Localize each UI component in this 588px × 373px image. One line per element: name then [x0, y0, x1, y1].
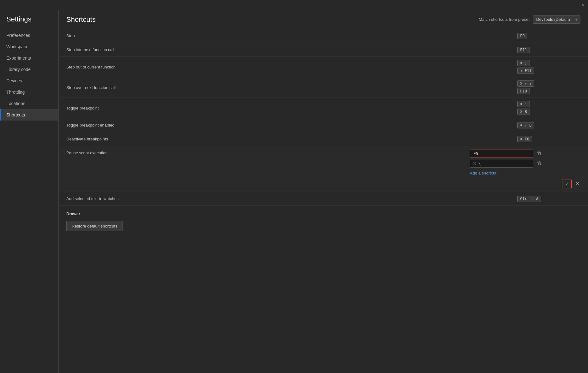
- sidebar-item-label: Devices: [6, 78, 22, 83]
- sidebar-item-label: Throttling: [6, 90, 25, 95]
- key-badge: ⇧ F11: [517, 68, 534, 74]
- key-row: ⌘ ⇧ B: [517, 122, 534, 128]
- key-badge: F10: [517, 88, 530, 94]
- confirm-button[interactable]: ✓: [562, 180, 572, 188]
- shortcut-name: Step over next function call: [66, 85, 517, 90]
- key-row: F9: [517, 33, 527, 39]
- key-row: F11: [517, 47, 530, 53]
- pause-input-row-1: 🗑: [470, 149, 580, 157]
- content-body: Stop F9 Step into next function call F11: [59, 29, 588, 373]
- sidebar-item-devices[interactable]: Devices: [0, 75, 58, 86]
- sidebar-item-throttling[interactable]: Throttling: [0, 86, 58, 98]
- title-bar: ×: [0, 0, 588, 10]
- key-row: ⌘ F8: [517, 136, 532, 142]
- key-badge: ⌘ ⇧ ;: [517, 80, 534, 87]
- key-row: ⇧ F11: [517, 68, 534, 74]
- key-badge: F11: [517, 47, 530, 53]
- key-badge: ⌘ ⇧ B: [517, 122, 534, 128]
- add-shortcut-link[interactable]: Add a shortcut: [470, 171, 580, 175]
- shortcut-row-stop: Stop F9: [59, 29, 588, 43]
- shortcut-keys: ⌘ ⇧ B: [517, 122, 580, 128]
- shortcut-name: Step into next function call: [66, 47, 517, 52]
- shortcut-row-step-out: Step out of current function ⌘ ; ⇧ F11: [59, 57, 588, 77]
- preset-row: Match shortcuts from preset DevTools (De…: [479, 15, 580, 24]
- content-header: Shortcuts Match shortcuts from preset De…: [59, 10, 588, 29]
- shortcut-name: Stop: [66, 33, 517, 38]
- settings-window: × Settings Preferences Workspace Experim…: [0, 0, 588, 373]
- shortcut-keys: Ctrl ⇧ A: [517, 196, 580, 202]
- preset-wrapper: DevTools (Default)Visual Studio Code: [533, 15, 580, 24]
- sidebar-item-library-code[interactable]: Library code: [0, 64, 58, 75]
- restore-defaults-button[interactable]: Restore default shortcuts: [66, 221, 123, 231]
- key-badge: ⌘ ;: [517, 60, 530, 66]
- cancel-button[interactable]: ×: [574, 179, 580, 188]
- shortcut-keys: F11: [517, 47, 580, 53]
- shortcut-row-pause: Pause script execution 🗑 🗑 Add a shortcu…: [59, 146, 588, 192]
- key-row: ⌘ ;: [517, 60, 530, 66]
- sidebar-item-label: Shortcuts: [6, 112, 25, 117]
- shortcut-row-toggle-bp: Toggle breakpoint ⌘ ' ⌘ B: [59, 98, 588, 118]
- delete-key-button-2[interactable]: 🗑: [536, 159, 543, 168]
- preset-label: Match shortcuts from preset: [479, 17, 530, 22]
- shortcut-name: Pause script execution: [66, 149, 470, 155]
- shortcut-keys: ⌘ ' ⌘ B: [517, 101, 580, 115]
- sidebar-item-label: Workspace: [6, 44, 28, 49]
- shortcut-row-watches: Add selected text to watches Ctrl ⇧ A: [59, 192, 588, 206]
- sidebar: Settings Preferences Workspace Experimen…: [0, 10, 58, 373]
- key-badge: ⌘ ': [517, 101, 530, 107]
- shortcut-row-deactivate-bp: Deactivate breakpoints ⌘ F8: [59, 132, 588, 146]
- shortcut-name: Step out of current function: [66, 65, 517, 69]
- key-badge: Ctrl ⇧ A: [517, 196, 541, 202]
- key-badge: ⌘ B: [517, 109, 530, 115]
- key-row: ⌘ B: [517, 109, 530, 115]
- shortcut-name: Toggle breakpoint: [66, 106, 517, 110]
- content-panel: Shortcuts Match shortcuts from preset De…: [58, 10, 588, 373]
- key-badge: F9: [517, 33, 527, 39]
- key-row: ⌘ ⇧ ;: [517, 80, 534, 87]
- close-button[interactable]: ×: [581, 3, 584, 8]
- preset-select[interactable]: DevTools (Default)Visual Studio Code: [533, 15, 580, 24]
- delete-key-button-1[interactable]: 🗑: [536, 149, 543, 157]
- shortcut-name: Deactivate breakpoints: [66, 137, 517, 141]
- key-row: ⌘ ': [517, 101, 530, 107]
- sidebar-item-label: Preferences: [6, 33, 30, 38]
- pause-key-input-2[interactable]: [470, 160, 533, 168]
- key-badge: ⌘ F8: [517, 136, 532, 142]
- shortcut-keys: ⌘ ⇧ ; F10: [517, 80, 580, 94]
- sidebar-item-label: Library code: [6, 67, 31, 72]
- sidebar-item-preferences[interactable]: Preferences: [0, 30, 58, 41]
- sidebar-item-workspace[interactable]: Workspace: [0, 41, 58, 52]
- drawer-section-title: Drawer: [66, 211, 80, 216]
- shortcut-row-step-into: Step into next function call F11: [59, 43, 588, 57]
- sidebar-item-shortcuts[interactable]: Shortcuts: [0, 109, 58, 121]
- shortcut-row-toggle-bp-enabled: Toggle breakpoint enabled ⌘ ⇧ B: [59, 118, 588, 132]
- drawer-section-header: Drawer: [59, 206, 588, 218]
- pause-key-input-1[interactable]: [470, 150, 533, 157]
- sidebar-title: Settings: [0, 10, 58, 30]
- shortcut-keys: ⌘ ; ⇧ F11: [517, 60, 580, 74]
- shortcut-keys: ⌘ F8: [517, 136, 580, 142]
- shortcut-keys: F9: [517, 33, 580, 39]
- pause-input-row-2: 🗑: [470, 159, 580, 168]
- pause-edit-area: 🗑 🗑 Add a shortcut ✓ ×: [470, 149, 580, 188]
- page-title: Shortcuts: [66, 15, 96, 24]
- shortcut-row-step-over: Step over next function call ⌘ ⇧ ; F10: [59, 77, 588, 98]
- key-row: Ctrl ⇧ A: [517, 196, 541, 202]
- sidebar-item-locations[interactable]: Locations: [0, 98, 58, 109]
- sidebar-item-label: Locations: [6, 101, 25, 106]
- main-layout: Settings Preferences Workspace Experimen…: [0, 10, 588, 373]
- shortcut-name: Add selected text to watches: [66, 196, 517, 201]
- shortcut-name: Toggle breakpoint enabled: [66, 123, 517, 127]
- edit-action-row: ✓ ×: [470, 179, 580, 188]
- sidebar-item-experiments[interactable]: Experiments: [0, 52, 58, 64]
- sidebar-item-label: Experiments: [6, 56, 31, 61]
- key-row: F10: [517, 88, 530, 94]
